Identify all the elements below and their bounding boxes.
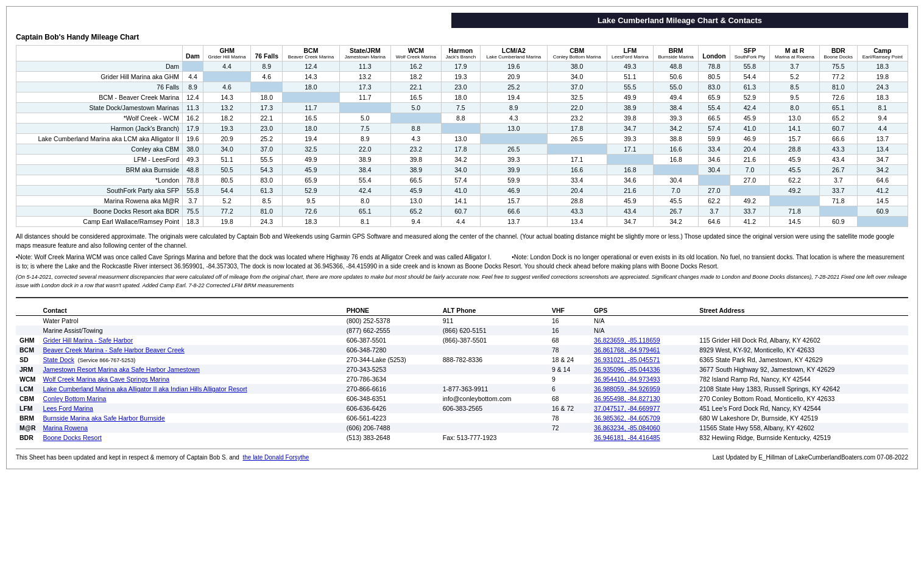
contact-address	[696, 316, 908, 326]
cell-mar: 49.2	[770, 186, 820, 196]
contact-link[interactable]: Lake Cumberland Marina aka Alligator II …	[43, 385, 247, 393]
cell-lcm_a2: 19.6	[480, 61, 547, 72]
contact-name[interactable]: Lake Cumberland Marina aka Alligator II …	[40, 384, 343, 394]
contact-link[interactable]: Lees Ford Marina	[43, 405, 93, 412]
cell-state_jrm: 8.1	[339, 217, 390, 227]
cell-wcm: 16.5	[390, 93, 441, 103]
gps-link[interactable]: 36.863234, -85.084060	[594, 424, 660, 431]
contact-link[interactable]: Wolf Creek Marina aka Cave Springs Marin…	[43, 376, 170, 383]
contact-row: BDRBoone Docks Resort(513) 383-2648Fax: …	[16, 433, 908, 442]
table-row: Harmon (Jack's Branch)17.919.323.018.07.…	[16, 124, 908, 134]
cell-mar: 8.5	[770, 82, 820, 93]
cell-bdr: 65.1	[819, 103, 857, 113]
contact-name[interactable]: Grider Hill Marina - Safe Harbor	[40, 335, 343, 345]
contact-phone: 606-561-4223	[343, 413, 439, 423]
cell-ghm: 77.2	[203, 206, 251, 217]
contact-alt-phone	[439, 374, 548, 384]
cell-camp: 34.2	[857, 165, 908, 175]
cell-london: 83.0	[699, 82, 730, 93]
contact-vhf: 68	[548, 394, 590, 404]
gps-link[interactable]: 36.985362, -84.605709	[594, 414, 660, 422]
contact-address: 451 Lee's Ford Dock Rd, Nancy, KY 42544	[696, 404, 908, 413]
cell-bcm: 65.9	[283, 175, 340, 186]
cell-lfm: 49.9	[607, 93, 654, 103]
gps-link[interactable]: 36.954410, -84.973493	[594, 376, 660, 383]
cell-lfm: 16.8	[607, 165, 654, 175]
gps-link[interactable]: 36.946181, -84.416485	[594, 434, 660, 441]
contact-name[interactable]: Beaver Creek Marina - Safe Harbor Beaver…	[40, 345, 343, 355]
cell-sfp: 41.0	[730, 124, 769, 134]
contact-link[interactable]: Burnside Marina aka Safe Harbor Burnside	[43, 414, 165, 422]
cell-lfm: 55.5	[607, 82, 654, 93]
cell-camp: 13.4	[857, 144, 908, 155]
cell-cbm: 33.4	[547, 175, 607, 186]
cell-london: 34.6	[699, 155, 730, 165]
cell-cbm: 16.6	[547, 165, 607, 175]
contact-prefix: M@R	[16, 423, 40, 433]
gps-link[interactable]: 36.861768, -84.979461	[594, 346, 660, 354]
contact-name[interactable]: State Dock (Service 866-767-5253)	[40, 355, 343, 365]
contact-gps: 36.954410, -84.973493	[590, 374, 696, 384]
cell-bcm: 9.5	[283, 196, 340, 206]
cell-sfp: 27.0	[730, 175, 769, 186]
cell-lfm: 45.9	[607, 196, 654, 206]
col-sfp: SFPSouthFork Pty	[730, 46, 769, 61]
col-state-jrm: State/JRMJamestown Marina	[339, 46, 390, 61]
row-label: *London	[16, 175, 183, 186]
contact-name[interactable]: Lees Ford Marina	[40, 404, 343, 413]
cell-camp	[857, 217, 908, 227]
cell-lfm: 21.6	[607, 186, 654, 196]
gps-link[interactable]: 36.823659, -85.118659	[594, 337, 660, 344]
contact-phone: 606-387-5501	[343, 335, 439, 345]
contact-name[interactable]: Jamestown Resort Marina aka Safe Harbor …	[40, 365, 343, 374]
contact-link[interactable]: Grider Hill Marina - Safe Harbor	[43, 337, 133, 344]
cell-harmon: 19.3	[441, 72, 480, 82]
contact-prefix	[16, 316, 40, 326]
contact-link[interactable]: State Dock	[43, 356, 74, 363]
cell-mar: 8.0	[770, 103, 820, 113]
contact-name[interactable]: Conley Bottom Marina	[40, 394, 343, 404]
gps-link[interactable]: 36.931021, -85.045571	[594, 356, 660, 363]
gps-link[interactable]: 37.047517, -84.669977	[594, 405, 660, 412]
contact-name[interactable]: Wolf Creek Marina aka Cave Springs Marin…	[40, 374, 343, 384]
cell-mar: 28.8	[770, 144, 820, 155]
row-label: Conley aka CBM	[16, 144, 183, 155]
gps-link[interactable]: 36.955498, -84.827130	[594, 395, 660, 402]
contact-link[interactable]: Marina Rowena	[43, 424, 88, 431]
contact-link[interactable]: Jamestown Resort Marina aka Safe Harbor …	[43, 366, 200, 373]
col-phone: PHONE	[343, 306, 439, 316]
cell-bdr: 66.6	[819, 134, 857, 144]
cell-lcm_a2: 15.7	[480, 196, 547, 206]
contact-alt-phone: 911	[439, 316, 548, 326]
cell-dam: 16.2	[183, 113, 203, 124]
cell-lfm: 34.7	[607, 217, 654, 227]
cell-dam: 78.8	[183, 175, 203, 186]
cell-bdr: 3.7	[819, 175, 857, 186]
table-row: Grider Hill Marina aka GHM4.44.614.313.2…	[16, 72, 908, 82]
row-label: BCM - Beaver Creek Marina	[16, 93, 183, 103]
contact-address: 6365 State Park Rd, Jamestown, KY 42629	[696, 355, 908, 365]
cell-cbm: 22.0	[547, 103, 607, 113]
col-london: London	[699, 46, 730, 61]
donald-forsythe-link[interactable]: the late Donald Forsythe	[242, 454, 309, 461]
cell-ghm: 14.3	[203, 93, 251, 103]
contact-link[interactable]: Beaver Creek Marina - Safe Harbor Beaver…	[43, 346, 185, 354]
row-label: State Dock/Jamestown Marinas	[16, 103, 183, 113]
row-label: Lake Cumberland Marina aka LCM aka Allig…	[16, 134, 183, 144]
contact-name[interactable]: Burnside Marina aka Safe Harbor Burnside	[40, 413, 343, 423]
table-row: BCM - Beaver Creek Marina12.414.318.011.…	[16, 93, 908, 103]
contact-name: Marine Assist/Towing	[40, 326, 343, 335]
contact-name[interactable]: Boone Docks Resort	[40, 433, 343, 442]
cell-wcm: 16.2	[390, 61, 441, 72]
gps-link[interactable]: 36.935096, -85.044336	[594, 366, 660, 373]
contact-name[interactable]: Marina Rowena	[40, 423, 343, 433]
cell-state_jrm: 55.4	[339, 175, 390, 186]
cell-camp: 4.4	[857, 124, 908, 134]
contact-link[interactable]: Boone Docks Resort	[43, 434, 102, 441]
footer: This Sheet has been updated and kept in …	[16, 449, 908, 463]
gps-link[interactable]: 36.988059, -84.926959	[594, 385, 660, 393]
cell-harmon: 4.4	[441, 217, 480, 227]
contact-link[interactable]: Conley Bottom Marina	[43, 395, 107, 402]
col-76falls: 76 Falls	[251, 46, 283, 61]
cell-falls76: 61.3	[251, 186, 283, 196]
